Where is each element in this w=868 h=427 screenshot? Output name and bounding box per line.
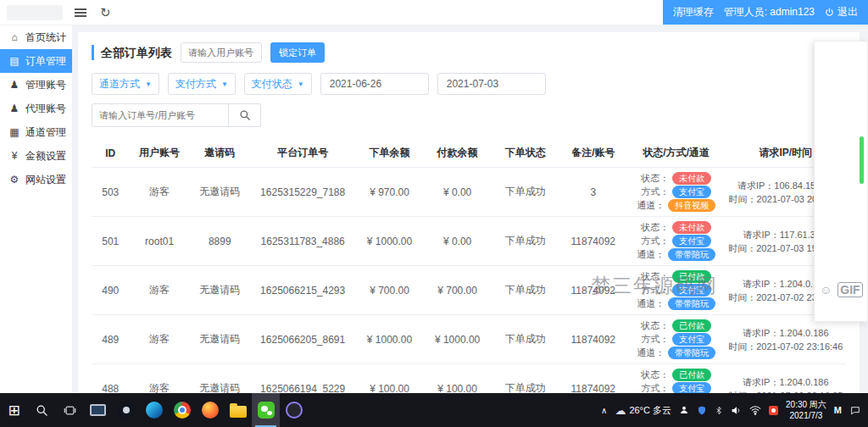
channel-icon: ▦: [8, 126, 20, 138]
topbar-right: 清理缓存 管理人员: admin123 退出: [663, 0, 868, 25]
cell-order-no: 1625066194_5229: [250, 364, 356, 394]
taskbar-app-monitor[interactable]: [84, 393, 112, 427]
cell-amount: ¥ 970.00: [355, 168, 423, 217]
lock-order-button[interactable]: 锁定订单: [270, 42, 325, 63]
logout-button[interactable]: 退出: [825, 5, 858, 19]
cell-status: 下单成功: [492, 364, 559, 394]
pay-status-badge: 未付款: [672, 172, 711, 185]
cell-paid: ¥ 0.00: [424, 217, 492, 266]
pay-status-filter-select[interactable]: 支付状态 ▼: [244, 73, 312, 95]
column-header-state-method-channel: 状态/方式/通道: [627, 139, 726, 168]
order-search-input[interactable]: [92, 103, 229, 127]
pay-method-filter-select[interactable]: 支付方式 ▼: [168, 73, 236, 95]
cell-ip-time: 请求IP：1.204.0.186 时间：2021-07-02 23:16:35: [726, 364, 846, 394]
taskbar-app-chrome[interactable]: [168, 393, 196, 427]
page-title: 全部订单列表: [92, 45, 172, 60]
sidebar-item-site-settings[interactable]: ⚙ 网站设置: [0, 168, 72, 191]
shield-icon[interactable]: [697, 405, 707, 416]
table-row: 489 游客 无邀请码 1625066205_8691 ¥ 1000.00 ¥ …: [92, 315, 846, 364]
search-button[interactable]: [229, 103, 261, 127]
cell-user: 游客: [130, 315, 190, 364]
account-input[interactable]: [181, 42, 262, 63]
cell-invite: 无邀请码: [190, 364, 250, 394]
title-row: 全部订单列表 锁定订单: [92, 42, 846, 63]
request-time: 时间：2021-07-02 23:16:46: [728, 340, 843, 353]
start-date-input[interactable]: [320, 73, 429, 95]
screen: ↻ 清理缓存 管理人员: admin123 退出 ⌂ 首页统计 ▤ 订单管理 ♟…: [0, 0, 868, 427]
channel-badge: 带带陪玩: [668, 297, 715, 310]
gif-icon[interactable]: GIF: [837, 282, 862, 297]
sidebar: ⌂ 首页统计 ▤ 订单管理 ♟ 管理账号 ♟ 代理账号 ▦ 通道管理 ¥ 金额设…: [0, 25, 72, 393]
cell-remark: 11874092: [559, 266, 627, 315]
cell-status: 下单成功: [492, 168, 559, 217]
cell-remark: 11874092: [559, 364, 627, 394]
emoji-icon[interactable]: ☺: [820, 284, 832, 296]
tray-app-icon[interactable]: [769, 406, 778, 415]
speaker-icon[interactable]: [731, 405, 742, 416]
sidebar-item-label: 代理账号: [25, 102, 66, 116]
clock-widget[interactable]: 20:30 周六 2021/7/3: [786, 399, 826, 421]
filter-row: 通道方式 ▼ 支付方式 ▼ 支付状态 ▼: [92, 73, 846, 95]
clock-time: 20:30 周六: [786, 399, 826, 410]
cell-id: 501: [92, 217, 130, 266]
logout-label: 退出: [837, 5, 858, 19]
taskbar-app-wechat[interactable]: [252, 393, 280, 427]
taskbar-search-button[interactable]: [28, 393, 56, 427]
hidden-icons-chevron[interactable]: ∧: [601, 406, 607, 415]
cell-id: 489: [92, 315, 130, 364]
channel-filter-select[interactable]: 通道方式 ▼: [92, 73, 159, 95]
channel-badge: 带带陪玩: [668, 347, 715, 359]
request-ip: 请求IP：1.204.0.186: [728, 326, 843, 340]
refresh-icon[interactable]: ↻: [100, 5, 111, 20]
dark-browser-icon: [118, 402, 135, 419]
site-settings-icon: ⚙: [8, 174, 20, 186]
action-center-icon[interactable]: [849, 405, 861, 416]
sidebar-item-agent-accounts[interactable]: ♟ 代理账号: [0, 97, 72, 120]
sidebar-item-admin-accounts[interactable]: ♟ 管理账号: [0, 73, 72, 97]
column-header-id: ID: [92, 139, 130, 168]
clear-cache-link[interactable]: 清理缓存: [673, 5, 714, 19]
cell-order-no: 1625066215_4293: [250, 266, 356, 315]
end-date-input[interactable]: [437, 73, 546, 95]
system-tray: ∧ ☁ 26°C 多云 20:30 周六 2021: [601, 393, 868, 427]
taskbar-app-media-player[interactable]: [280, 393, 308, 427]
taskbar-app-edge[interactable]: [140, 393, 168, 427]
cell-remark: 3: [559, 168, 627, 217]
cell-status: 下单成功: [492, 315, 559, 364]
green-scrollbar[interactable]: [860, 136, 864, 184]
start-button[interactable]: ⊞: [0, 393, 28, 427]
sidebar-item-label: 通道管理: [25, 125, 66, 140]
cell-paid: ¥ 100.00: [424, 364, 492, 394]
search-icon: [239, 109, 251, 121]
taskbar-app-firefox[interactable]: [196, 393, 224, 427]
network-icon[interactable]: [749, 404, 761, 416]
pay-status-badge: 已付款: [672, 369, 711, 381]
pay-method-badge: 支付宝: [672, 382, 711, 393]
cell-invite: 无邀请码: [190, 266, 250, 315]
taskbar-app-file-explorer[interactable]: [224, 393, 252, 427]
channel-filter-label: 通道方式: [99, 77, 140, 92]
bluetooth-icon[interactable]: [715, 405, 723, 416]
cell-amount: ¥ 1000.00: [355, 217, 423, 266]
sidebar-item-amount-settings[interactable]: ¥ 金额设置: [0, 144, 72, 168]
cell-amount: ¥ 1000.00: [355, 315, 423, 364]
pay-status-badge: 已付款: [672, 270, 711, 283]
cell-ip-time: 请求IP：1.204.0.186 时间：2021-07-02 23:16:46: [726, 315, 846, 364]
cell-order-no: 1625315229_7188: [250, 168, 356, 217]
sidebar-item-order-management[interactable]: ▤ 订单管理: [0, 49, 72, 73]
contact-icon[interactable]: [679, 405, 689, 415]
sidebar-item-home-stats[interactable]: ⌂ 首页统计: [0, 25, 72, 49]
cloud-icon: ☁: [615, 404, 626, 417]
taskbar-app-dark-browser[interactable]: [112, 393, 140, 427]
pay-status-badge: 未付款: [672, 221, 711, 234]
orders-table: ID 用户账号 邀请码 平台订单号 下单余额 付款余额 下单状态 备注/账号 状…: [92, 139, 846, 393]
hamburger-menu-icon[interactable]: [75, 8, 86, 17]
pay-method-badge: 支付宝: [672, 186, 711, 198]
cell-paid: ¥ 0.00: [424, 168, 492, 217]
chevron-down-icon: ▼: [298, 80, 304, 88]
request-ip: 请求IP：1.204.0.186: [728, 375, 843, 389]
weather-widget[interactable]: ☁ 26°C 多云: [615, 404, 671, 417]
input-method-indicator[interactable]: M: [834, 405, 842, 415]
sidebar-item-channel-management[interactable]: ▦ 通道管理: [0, 120, 72, 144]
task-view-button[interactable]: [56, 393, 84, 427]
